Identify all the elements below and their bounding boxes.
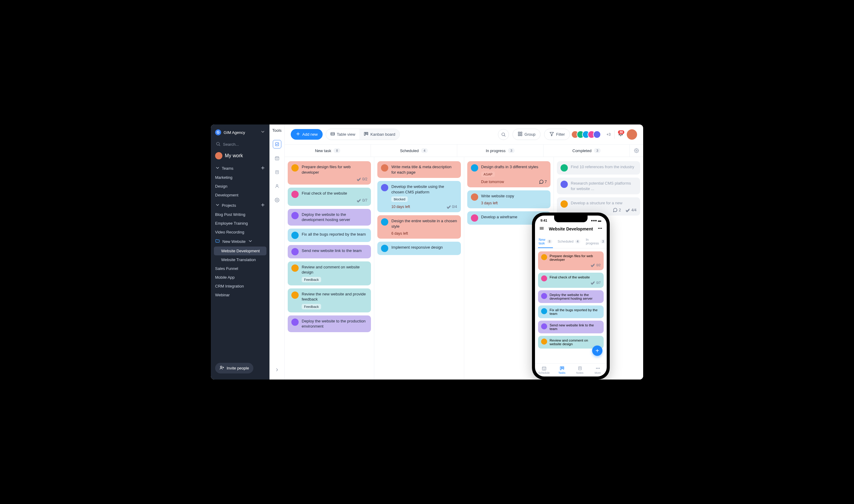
avatar (291, 248, 299, 255)
phone-tab[interactable]: New task8 (538, 235, 553, 248)
rail-calendar-icon[interactable]: 31 (273, 154, 281, 162)
table-view-tab[interactable]: Table view (326, 129, 360, 140)
sidebar-item-marketing[interactable]: Marketing (214, 173, 266, 182)
task-card[interactable]: Research potential CMS platforms for web… (557, 178, 640, 194)
task-card[interactable]: Final check of the website0/7 (288, 187, 371, 206)
task-title: Deploy the website to the production env… (302, 319, 367, 329)
task-card[interactable]: Review and comment on website designFeed… (288, 262, 371, 285)
user-plus-icon (219, 365, 224, 371)
task-card[interactable]: Deploy the website to the development ho… (288, 209, 371, 226)
phone-task-card[interactable]: Final check of the website0/7 (538, 273, 604, 288)
workspace-logo: G (215, 129, 221, 136)
sidebar-item-design[interactable]: Design (214, 182, 266, 191)
task-card[interactable]: Review the new website and provide feedb… (288, 288, 371, 312)
task-card[interactable]: Implement responsive design (377, 242, 460, 255)
avatar (291, 265, 299, 272)
collapse-sidebar-button[interactable] (275, 367, 279, 374)
svg-point-28 (502, 133, 505, 136)
phone-nav-item[interactable]: Tasks (553, 364, 571, 377)
avatar (541, 254, 547, 260)
avatar-more[interactable]: +3 (606, 132, 611, 137)
task-card[interactable]: Develop the website using the chosen CMS… (377, 181, 460, 212)
task-card[interactable]: Write meta title & meta description for … (377, 161, 460, 178)
phone-task-card[interactable]: Fix all the bugs reported by the team (538, 305, 604, 318)
svg-point-53 (599, 368, 599, 368)
search-placeholder: Search... (223, 142, 239, 147)
sidebar-item-project[interactable]: Sales Funnel (214, 264, 266, 273)
notifications-button[interactable]: 30 (618, 131, 623, 138)
phone-nav-item[interactable]: 13Schedule (535, 364, 553, 377)
sidebar-item-mywork[interactable]: My work (214, 149, 266, 162)
avatar (541, 308, 547, 314)
sidebar-item-development[interactable]: Development (214, 191, 266, 199)
add-project-button[interactable] (260, 202, 265, 208)
fab-add-button[interactable]: + (592, 345, 603, 356)
workspace-switcher[interactable]: G GIM Agency (214, 128, 266, 140)
task-card[interactable]: Send new website link to the team (288, 245, 371, 258)
phone-task-card[interactable]: Deploy the website to the development ho… (538, 290, 604, 303)
avatar (291, 232, 299, 239)
svg-point-0 (216, 142, 219, 145)
svg-point-18 (276, 185, 278, 186)
task-card[interactable]: Design drafts in 3 different stylesASAPD… (467, 161, 551, 187)
sidebar-item-project[interactable]: Website Development (214, 247, 266, 255)
task-card[interactable]: Find 10 references from the industry (557, 161, 640, 175)
group-button[interactable]: Group (512, 129, 540, 140)
svg-rect-27 (367, 132, 368, 135)
phone-tab[interactable]: Scheduled4 (557, 235, 581, 248)
invite-people-button[interactable]: Invite people (215, 363, 254, 374)
task-card[interactable]: Fix all the bugs reported by the team (288, 229, 371, 242)
search-input[interactable]: Search... (214, 140, 266, 149)
column-header: New task8 (285, 145, 371, 157)
sidebar-item-folder[interactable]: New Website (214, 236, 266, 247)
task-subtasks: 0/7 (363, 198, 368, 202)
task-card[interactable]: Deploy the website to the production env… (288, 316, 371, 332)
rail-settings-icon[interactable] (273, 196, 281, 204)
phone-task-card[interactable]: Send new website link to the team (538, 321, 604, 334)
avatar (291, 319, 299, 326)
task-card[interactable]: Prepare design files for web developer0/… (288, 161, 371, 185)
user-avatar[interactable] (627, 129, 637, 140)
sidebar-item-project[interactable]: CRM Integration (214, 282, 266, 291)
search-icon (216, 142, 221, 147)
board-settings-button[interactable] (630, 145, 643, 157)
chevron-down-icon (215, 202, 220, 208)
add-new-button[interactable]: Add new (291, 129, 323, 140)
avatar-stack[interactable] (574, 130, 601, 139)
task-title: Develop the website using the chosen CMS… (391, 184, 457, 195)
phone-nav-item[interactable]: Notes (571, 364, 589, 377)
svg-text:13: 13 (543, 368, 545, 370)
sidebar-item-project[interactable]: Mobile App (214, 273, 266, 282)
task-title: Fix all the bugs reported by the team (302, 232, 367, 237)
menu-icon[interactable] (539, 226, 544, 232)
filter-button[interactable]: Filter (544, 129, 570, 140)
task-title: Review the new website and provide feedb… (302, 291, 367, 302)
teams-header[interactable]: Teams (215, 165, 233, 171)
avatar (560, 200, 568, 208)
search-button[interactable] (498, 129, 509, 140)
projects-header[interactable]: Projects (215, 202, 236, 208)
kanban-view-tab[interactable]: Kanban board (360, 129, 400, 140)
svg-point-52 (597, 368, 598, 368)
task-due: 3 days left (481, 201, 498, 205)
add-team-button[interactable] (260, 165, 265, 171)
rail-people-icon[interactable] (273, 182, 281, 191)
sidebar-item-project[interactable]: Webinar (214, 291, 266, 299)
sidebar-item-project[interactable]: Blog Post Writing (214, 210, 266, 219)
phone-nav-item[interactable]: More (589, 364, 607, 377)
task-card[interactable]: Write website copy3 days left (467, 191, 551, 209)
rail-tasks-icon[interactable] (273, 140, 281, 148)
task-title: Implement responsive design (391, 245, 457, 250)
avatar (541, 339, 547, 345)
task-title: Find 10 references from the industry (571, 164, 637, 170)
avatar (291, 212, 299, 219)
phone-tab[interactable]: In progress3 (585, 235, 606, 248)
phone-task-card[interactable]: Prepare design files for web developer0/… (538, 251, 604, 270)
rail-notes-icon[interactable] (273, 168, 281, 176)
sidebar-item-project[interactable]: Employee Training (214, 219, 266, 228)
task-card[interactable]: Design the entire website in a chosen st… (377, 215, 460, 239)
more-icon[interactable] (597, 226, 603, 232)
sidebar-item-project[interactable]: Video Recording (214, 228, 266, 236)
sidebar-item-project[interactable]: Website Translation (214, 255, 266, 264)
svg-rect-9 (275, 143, 279, 146)
